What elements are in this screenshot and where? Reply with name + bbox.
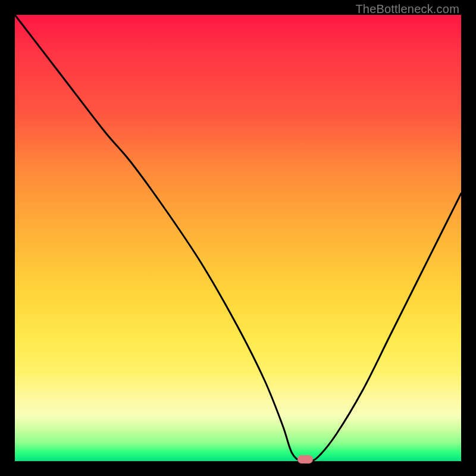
- chart-frame: TheBottleneck.com: [0, 0, 476, 476]
- watermark-text: TheBottleneck.com: [355, 2, 459, 16]
- curve-svg: [15, 15, 461, 461]
- bottleneck-curve-path: [15, 15, 461, 462]
- min-marker: [298, 455, 313, 464]
- plot-area: [15, 15, 461, 461]
